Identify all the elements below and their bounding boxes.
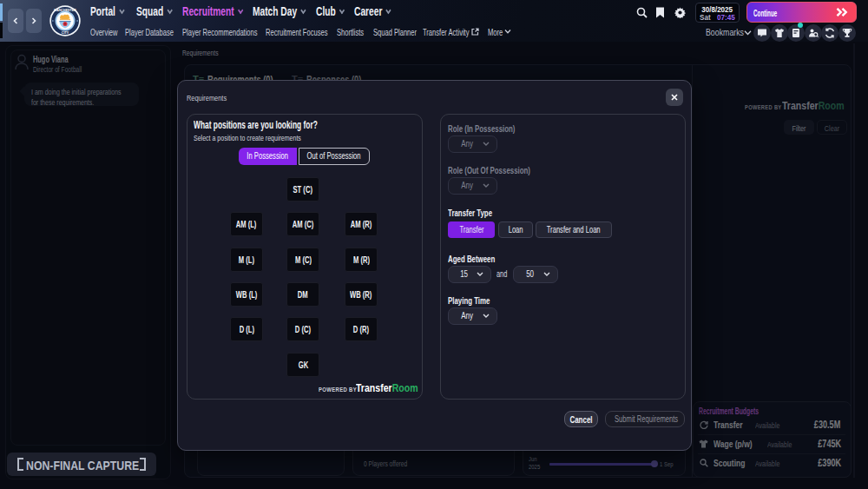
svg-text:CITY: CITY [62, 31, 69, 35]
svg-text:MANCHESTER: MANCHESTER [54, 9, 76, 12]
